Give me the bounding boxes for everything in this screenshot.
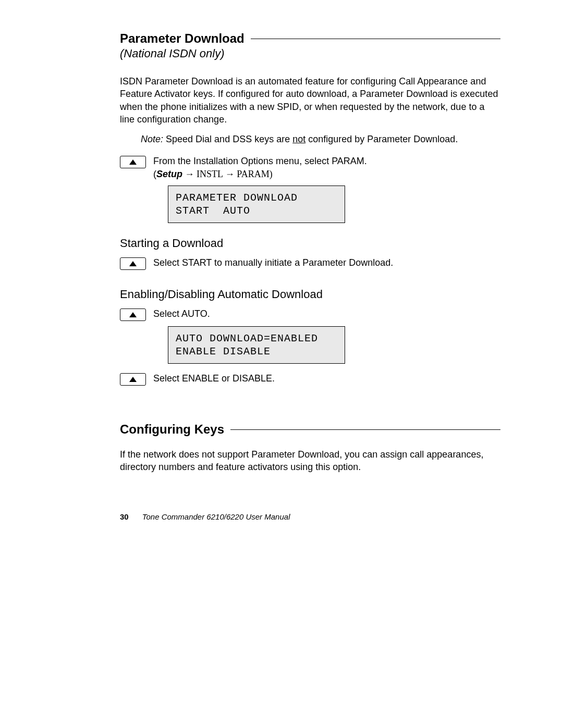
action-row-select-enable-disable: Select ENABLE or DISABLE. bbox=[120, 372, 500, 386]
action-row-select-param: From the Installation Options menu, sele… bbox=[120, 155, 500, 180]
note-label: Note: bbox=[141, 133, 166, 145]
action-row-select-auto: Select AUTO. bbox=[120, 307, 500, 321]
section-title: Configuring Keys bbox=[120, 422, 224, 437]
svg-marker-2 bbox=[129, 312, 137, 317]
lcd-display-parameter-download: PARAMETER DOWNLOAD START AUTO bbox=[168, 186, 345, 223]
action-text: Select START to manually initiate a Para… bbox=[153, 256, 500, 269]
subheading-auto-download: Enabling/Disabling Automatic Download bbox=[120, 288, 500, 301]
section-header-parameter-download: Parameter Download bbox=[120, 31, 500, 46]
lcd-display-auto-download: AUTO DOWNLOAD=ENABLED ENABLE DISABLE bbox=[168, 326, 345, 364]
action-text: Select ENABLE or DISABLE. bbox=[153, 372, 500, 385]
intro-paragraph: ISDN Parameter Download is an automated … bbox=[120, 75, 500, 126]
up-arrow-icon bbox=[120, 373, 146, 386]
section-title: Parameter Download bbox=[120, 31, 244, 46]
document-page: Parameter Download (National ISDN only) … bbox=[0, 0, 563, 542]
action-text: Select AUTO. bbox=[153, 307, 500, 320]
section-rule bbox=[230, 429, 500, 430]
manual-title: Tone Commander 6210/6220 User Manual bbox=[142, 512, 290, 521]
svg-marker-0 bbox=[129, 159, 137, 165]
intro-paragraph: If the network does not support Paramete… bbox=[120, 448, 500, 474]
svg-marker-1 bbox=[129, 261, 137, 266]
subheading-starting-download: Starting a Download bbox=[120, 237, 500, 250]
note-block: Note: Speed Dial and DSS keys are not co… bbox=[141, 133, 500, 145]
action-text: From the Installation Options menu, sele… bbox=[153, 155, 500, 180]
action-row-select-start: Select START to manually initiate a Para… bbox=[120, 256, 500, 270]
svg-marker-3 bbox=[129, 377, 137, 382]
up-arrow-icon bbox=[120, 309, 146, 321]
section-subtitle: (National ISDN only) bbox=[120, 47, 500, 60]
section-rule bbox=[251, 39, 500, 39]
up-arrow-icon bbox=[120, 156, 146, 168]
up-arrow-icon bbox=[120, 257, 146, 270]
note-text: Speed Dial and DSS keys are not configur… bbox=[166, 133, 458, 145]
section-header-configuring-keys: Configuring Keys bbox=[120, 422, 500, 437]
page-footer: 30Tone Commander 6210/6220 User Manual bbox=[120, 512, 500, 521]
page-number: 30 bbox=[120, 512, 129, 521]
